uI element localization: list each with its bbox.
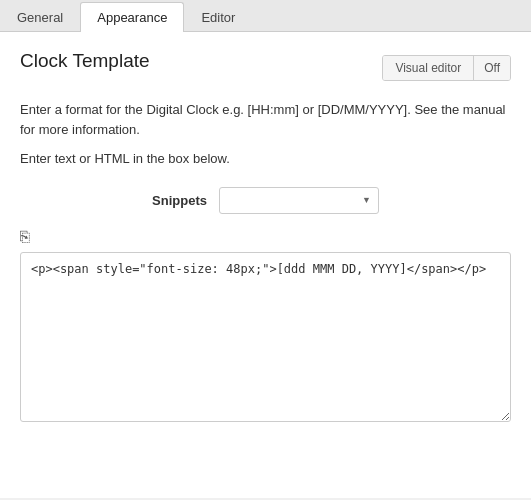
- snippets-label: Snippets: [152, 193, 207, 208]
- content-area: Clock Template Visual editor Off Enter a…: [0, 32, 531, 498]
- code-textarea[interactable]: <p><span style="font-size: 48px;">[ddd M…: [20, 252, 511, 422]
- snippets-select[interactable]: [219, 187, 379, 214]
- visual-editor-toggle: Visual editor Off: [382, 55, 511, 81]
- page-title: Clock Template: [20, 50, 150, 72]
- tab-bar: General Appearance Editor: [0, 0, 531, 32]
- snippets-select-wrapper: [219, 187, 379, 214]
- visual-editor-label: Visual editor: [383, 56, 474, 80]
- copy-icon[interactable]: ⎘: [20, 228, 30, 245]
- tab-general[interactable]: General: [0, 2, 80, 32]
- description-line2: Enter text or HTML in the box below.: [20, 149, 511, 169]
- snippets-row: Snippets: [20, 187, 511, 214]
- description-line1: Enter a format for the Digital Clock e.g…: [20, 100, 511, 139]
- title-row: Clock Template Visual editor Off: [20, 50, 511, 86]
- tab-appearance[interactable]: Appearance: [80, 2, 184, 32]
- off-button[interactable]: Off: [474, 56, 510, 80]
- copy-icon-row: ⎘: [20, 228, 511, 246]
- tab-editor[interactable]: Editor: [184, 2, 252, 32]
